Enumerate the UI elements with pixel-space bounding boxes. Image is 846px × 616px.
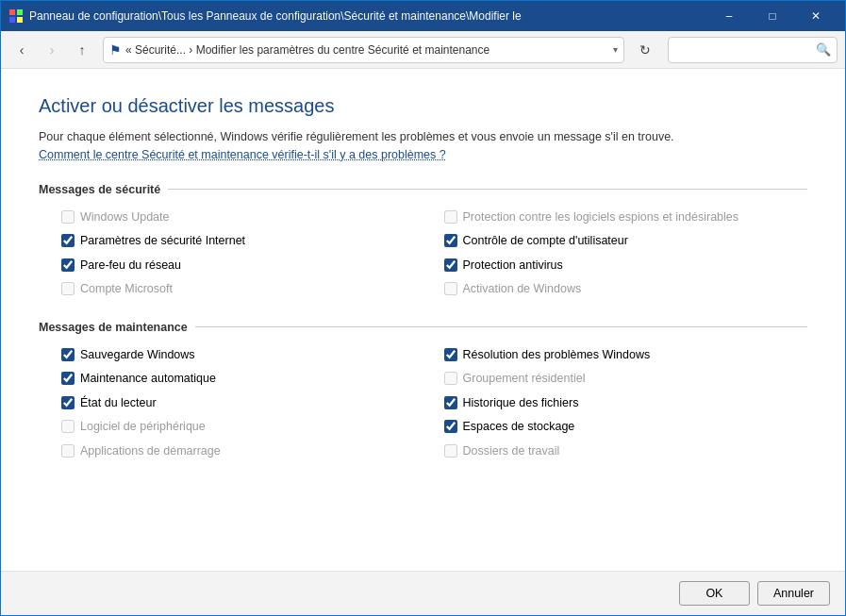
sauvegarde-checkbox[interactable] — [61, 348, 75, 361]
maintenance-checkbox-grid: Sauvegarde Windows Résolution des problè… — [61, 347, 807, 460]
maintenance-item-maintenance-auto: Maintenance automatique — [61, 371, 425, 388]
content-area: Activer ou désactiver les messages Pour … — [1, 69, 845, 571]
parametres-securite-label: Paramètres de sécurité Internet — [80, 233, 245, 250]
app-icon — [8, 8, 24, 24]
maintenance-section: Messages de maintenance Sauvegarde Windo… — [39, 321, 807, 466]
activation-windows-label: Activation de Windows — [463, 281, 582, 298]
controle-compte-label: Contrôle de compte d'utilisateur — [463, 233, 628, 250]
windows-update-label: Windows Update — [80, 209, 170, 226]
ok-button[interactable]: OK — [679, 581, 750, 606]
resolution-problemes-label: Résolution des problèmes Windows — [463, 347, 651, 364]
address-bar[interactable]: ⚑ « Sécurité... › Modifier les paramètre… — [103, 37, 624, 63]
pare-feu-label: Pare-feu du réseau — [80, 258, 181, 275]
pare-feu-checkbox[interactable] — [61, 258, 75, 272]
security-checkbox-grid: Windows Update Protection contre les log… — [61, 209, 807, 298]
etat-lecteur-label: État du lecteur — [80, 395, 157, 412]
svg-rect-2 — [9, 17, 15, 23]
espaces-stockage-checkbox[interactable] — [444, 420, 457, 433]
back-button[interactable]: ‹ — [8, 37, 35, 63]
groupement-residentiel-label: Groupement résidentiel — [463, 371, 586, 388]
controle-compte-checkbox[interactable] — [444, 234, 457, 247]
activation-windows-checkbox[interactable] — [444, 282, 457, 295]
logiciel-peripherique-label: Logiciel de périphérique — [80, 419, 206, 436]
cancel-button[interactable]: Annuler — [757, 581, 830, 606]
security-section-header: Messages de sécurité — [39, 183, 807, 196]
page-title: Activer ou désactiver les messages — [39, 95, 807, 117]
nav-bar: ‹ › ↑ ⚑ « Sécurité... › Modifier les par… — [1, 31, 845, 69]
title-bar: Panneau de configuration\Tous les Pannea… — [1, 1, 845, 31]
etat-lecteur-checkbox[interactable] — [61, 396, 75, 409]
parametres-securite-checkbox[interactable] — [61, 234, 75, 247]
page-description: Pour chaque élément sélectionné, Windows… — [39, 128, 680, 164]
sauvegarde-label: Sauvegarde Windows — [80, 347, 195, 364]
svg-rect-1 — [17, 9, 23, 15]
compte-microsoft-checkbox[interactable] — [61, 282, 75, 295]
security-item-controle: Contrôle de compte d'utilisateur — [444, 233, 808, 250]
security-divider-line — [168, 189, 807, 190]
compte-microsoft-label: Compte Microsoft — [80, 281, 173, 298]
security-section-label: Messages de sécurité — [39, 183, 160, 196]
minimize-button[interactable]: – — [707, 1, 751, 31]
window-controls: – □ ✕ — [707, 1, 838, 31]
protection-espions-checkbox[interactable] — [444, 210, 457, 224]
description-text: Pour chaque élément sélectionné, Windows… — [39, 130, 674, 143]
address-chevron-icon: ▾ — [613, 44, 618, 55]
security-item-microsoft: Compte Microsoft — [61, 281, 425, 298]
up-button[interactable]: ↑ — [69, 37, 95, 63]
dossiers-travail-label: Dossiers de travail — [463, 443, 560, 460]
svg-rect-0 — [9, 9, 15, 15]
title-bar-text: Panneau de configuration\Tous les Pannea… — [29, 9, 707, 23]
refresh-button[interactable]: ↻ — [632, 37, 658, 63]
historique-fichiers-label: Historique des fichiers — [463, 395, 579, 412]
maintenance-item-dossiers: Dossiers de travail — [444, 443, 808, 460]
svg-rect-3 — [17, 17, 23, 23]
search-icon: 🔍 — [816, 42, 831, 57]
address-flag-icon: ⚑ — [109, 42, 122, 58]
address-text: « Sécurité... › Modifier les paramètres … — [125, 43, 609, 57]
footer: OK Annuler — [1, 571, 845, 615]
security-item-antivirus: Protection antivirus — [444, 258, 808, 275]
maintenance-auto-label: Maintenance automatique — [80, 371, 216, 388]
espaces-stockage-label: Espaces de stockage — [463, 419, 575, 436]
maintenance-section-label: Messages de maintenance — [39, 321, 188, 334]
resolution-problemes-checkbox[interactable] — [444, 348, 457, 361]
close-button[interactable]: ✕ — [794, 1, 838, 31]
logiciel-peripherique-checkbox[interactable] — [61, 420, 75, 433]
search-bar[interactable]: 🔍 — [668, 37, 838, 63]
maintenance-item-logiciel: Logiciel de périphérique — [61, 419, 425, 436]
maintenance-item-espaces: Espaces de stockage — [444, 419, 808, 436]
forward-button[interactable]: › — [39, 37, 65, 63]
security-item-windows-update: Windows Update — [61, 209, 425, 226]
maintenance-auto-checkbox[interactable] — [61, 372, 75, 385]
groupement-residentiel-checkbox[interactable] — [444, 372, 457, 385]
maintenance-item-historique: Historique des fichiers — [444, 395, 808, 412]
maintenance-divider-line — [195, 326, 807, 327]
protection-antivirus-checkbox[interactable] — [444, 258, 457, 272]
security-item-parametres: Paramètres de sécurité Internet — [61, 233, 425, 250]
protection-antivirus-label: Protection antivirus — [463, 258, 563, 275]
applications-demarrage-label: Applications de démarrage — [80, 443, 221, 460]
security-item-pare-feu: Pare-feu du réseau — [61, 258, 425, 275]
search-input[interactable] — [674, 43, 816, 57]
maintenance-item-sauvegarde: Sauvegarde Windows — [61, 347, 425, 364]
maximize-button[interactable]: □ — [751, 1, 794, 31]
windows-update-checkbox[interactable] — [61, 210, 75, 224]
security-item-espions: Protection contre les logiciels espions … — [444, 209, 808, 226]
protection-espions-label: Protection contre les logiciels espions … — [463, 209, 739, 226]
maintenance-item-applications: Applications de démarrage — [61, 443, 425, 460]
maintenance-item-groupement: Groupement résidentiel — [444, 371, 808, 388]
maintenance-item-etat-lecteur: État du lecteur — [61, 395, 425, 412]
main-window: Panneau de configuration\Tous les Pannea… — [0, 0, 846, 616]
historique-fichiers-checkbox[interactable] — [444, 396, 457, 409]
maintenance-item-resolution: Résolution des problèmes Windows — [444, 347, 808, 364]
help-link[interactable]: Comment le centre Sécurité et maintenanc… — [39, 148, 446, 161]
security-item-activation: Activation de Windows — [444, 281, 808, 298]
applications-demarrage-checkbox[interactable] — [61, 444, 75, 458]
maintenance-section-header: Messages de maintenance — [39, 321, 807, 334]
dossiers-travail-checkbox[interactable] — [444, 444, 457, 458]
security-section: Messages de sécurité Windows Update Prot… — [39, 183, 807, 304]
